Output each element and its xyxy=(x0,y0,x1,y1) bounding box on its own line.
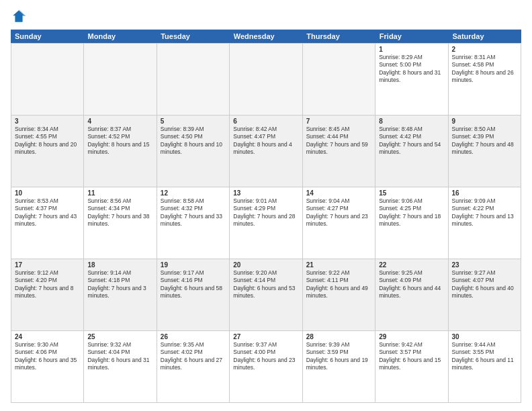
day-info: Daylight: 7 hours and 23 minutes. xyxy=(306,213,371,228)
day-info: Sunset: 4:50 PM xyxy=(161,133,226,140)
day-info: Daylight: 8 hours and 10 minutes. xyxy=(161,141,226,156)
day-info: Sunrise: 9:44 AM xyxy=(452,341,517,349)
calendar-cell: 23Sunrise: 9:27 AMSunset: 4:07 PMDayligh… xyxy=(449,259,521,331)
day-number: 8 xyxy=(379,118,444,125)
day-info: Daylight: 6 hours and 19 minutes. xyxy=(306,357,371,372)
day-info: Sunset: 4:14 PM xyxy=(233,277,298,284)
day-info: Sunrise: 9:42 AM xyxy=(379,341,444,349)
day-info: Sunrise: 9:01 AM xyxy=(233,197,298,205)
day-info: Sunset: 4:39 PM xyxy=(452,133,517,140)
day-info: Daylight: 8 hours and 4 minutes. xyxy=(233,141,298,156)
day-number: 11 xyxy=(87,189,152,197)
day-info: Daylight: 7 hours and 33 minutes. xyxy=(161,213,226,228)
day-info: Sunrise: 9:39 AM xyxy=(306,341,371,349)
header xyxy=(11,8,521,24)
day-info: Sunrise: 9:25 AM xyxy=(379,269,444,277)
day-info: Sunrise: 9:35 AM xyxy=(161,341,226,349)
calendar-cell: 27Sunrise: 9:37 AMSunset: 4:00 PMDayligh… xyxy=(230,331,302,403)
day-info: Daylight: 7 hours and 28 minutes. xyxy=(233,213,298,228)
calendar-cell: 15Sunrise: 9:06 AMSunset: 4:25 PMDayligh… xyxy=(375,187,448,259)
day-info: Daylight: 6 hours and 40 minutes. xyxy=(452,285,517,300)
day-number: 24 xyxy=(15,333,80,340)
day-info: Daylight: 6 hours and 35 minutes. xyxy=(15,357,80,372)
header-day-wednesday: Wednesday xyxy=(230,30,303,43)
day-info: Sunset: 4:44 PM xyxy=(306,133,371,140)
day-info: Sunrise: 9:37 AM xyxy=(233,341,298,349)
day-info: Sunrise: 9:20 AM xyxy=(233,269,298,277)
day-info: Sunrise: 8:42 AM xyxy=(233,126,298,133)
day-info: Daylight: 6 hours and 27 minutes. xyxy=(161,357,226,372)
day-info: Daylight: 6 hours and 31 minutes. xyxy=(87,357,152,372)
calendar-cell: 9Sunrise: 8:50 AMSunset: 4:39 PMDaylight… xyxy=(449,116,521,187)
calendar-cell: 13Sunrise: 9:01 AMSunset: 4:29 PMDayligh… xyxy=(230,187,302,259)
day-number: 13 xyxy=(233,189,298,197)
day-number: 2 xyxy=(452,46,517,53)
calendar-cell: 30Sunrise: 9:44 AMSunset: 3:55 PMDayligh… xyxy=(449,331,521,403)
calendar-cell: 29Sunrise: 9:42 AMSunset: 3:57 PMDayligh… xyxy=(375,331,448,403)
day-info: Sunset: 4:04 PM xyxy=(87,349,152,356)
day-info: Daylight: 8 hours and 26 minutes. xyxy=(452,69,517,85)
calendar-cell: 25Sunrise: 9:32 AMSunset: 4:04 PMDayligh… xyxy=(84,331,157,403)
day-number: 20 xyxy=(233,261,298,269)
day-info: Sunset: 4:34 PM xyxy=(87,205,152,212)
day-info: Sunrise: 8:56 AM xyxy=(87,197,152,205)
day-info: Sunset: 4:37 PM xyxy=(15,205,80,212)
day-number: 1 xyxy=(379,46,444,53)
day-info: Sunrise: 8:34 AM xyxy=(15,126,80,133)
day-info: Sunset: 4:11 PM xyxy=(306,277,371,284)
calendar-cell: 14Sunrise: 9:04 AMSunset: 4:27 PMDayligh… xyxy=(303,187,375,259)
day-info: Sunset: 3:59 PM xyxy=(306,349,371,356)
day-info: Daylight: 6 hours and 15 minutes. xyxy=(379,357,444,372)
header-day-sunday: Sunday xyxy=(11,30,84,43)
calendar-cell xyxy=(230,44,302,116)
calendar-row-1: 3Sunrise: 8:34 AMSunset: 4:55 PMDaylight… xyxy=(11,116,521,187)
day-info: Sunset: 4:58 PM xyxy=(452,61,517,68)
day-info: Daylight: 7 hours and 54 minutes. xyxy=(379,141,444,156)
day-number: 6 xyxy=(233,118,298,125)
day-info: Sunset: 4:29 PM xyxy=(233,205,298,212)
day-info: Daylight: 7 hours and 13 minutes. xyxy=(452,213,517,228)
calendar-row-0: 1Sunrise: 8:29 AMSunset: 5:00 PMDaylight… xyxy=(11,43,521,116)
day-info: Sunset: 4:42 PM xyxy=(379,133,444,140)
day-info: Sunset: 4:55 PM xyxy=(15,133,80,140)
calendar-cell: 17Sunrise: 9:12 AMSunset: 4:20 PMDayligh… xyxy=(11,259,84,331)
day-number: 7 xyxy=(306,118,371,125)
day-number: 18 xyxy=(87,261,152,269)
day-number: 14 xyxy=(306,189,371,197)
header-day-thursday: Thursday xyxy=(302,30,375,43)
day-number: 25 xyxy=(87,333,152,340)
day-info: Sunset: 4:18 PM xyxy=(87,277,152,284)
day-info: Sunrise: 9:06 AM xyxy=(379,197,444,205)
day-info: Sunset: 4:32 PM xyxy=(161,205,226,212)
header-day-tuesday: Tuesday xyxy=(157,30,230,43)
calendar-cell: 4Sunrise: 8:37 AMSunset: 4:52 PMDaylight… xyxy=(84,116,157,187)
calendar-cell: 8Sunrise: 8:48 AMSunset: 4:42 PMDaylight… xyxy=(375,116,448,187)
calendar-body: 1Sunrise: 8:29 AMSunset: 5:00 PMDaylight… xyxy=(11,43,521,403)
day-info: Daylight: 7 hours and 43 minutes. xyxy=(15,213,80,228)
day-number: 30 xyxy=(452,333,517,340)
calendar: SundayMondayTuesdayWednesdayThursdayFrid… xyxy=(11,30,521,403)
day-info: Sunset: 4:22 PM xyxy=(452,205,517,212)
day-info: Daylight: 6 hours and 58 minutes. xyxy=(161,285,226,300)
day-info: Sunrise: 9:12 AM xyxy=(15,269,80,277)
day-number: 12 xyxy=(161,189,226,197)
day-info: Sunrise: 9:22 AM xyxy=(306,269,371,277)
calendar-row-2: 10Sunrise: 8:53 AMSunset: 4:37 PMDayligh… xyxy=(11,187,521,259)
day-number: 17 xyxy=(15,261,80,269)
day-number: 10 xyxy=(15,189,80,197)
calendar-cell: 28Sunrise: 9:39 AMSunset: 3:59 PMDayligh… xyxy=(303,331,375,403)
calendar-cell: 3Sunrise: 8:34 AMSunset: 4:55 PMDaylight… xyxy=(11,116,84,187)
calendar-cell: 22Sunrise: 9:25 AMSunset: 4:09 PMDayligh… xyxy=(375,259,448,331)
day-number: 15 xyxy=(379,189,444,197)
day-info: Sunset: 5:00 PM xyxy=(379,61,444,68)
calendar-cell: 1Sunrise: 8:29 AMSunset: 5:00 PMDaylight… xyxy=(375,44,448,116)
calendar-cell: 24Sunrise: 9:30 AMSunset: 4:06 PMDayligh… xyxy=(11,331,84,403)
day-info: Sunset: 4:52 PM xyxy=(87,133,152,140)
day-info: Sunset: 4:09 PM xyxy=(379,277,444,284)
day-info: Daylight: 8 hours and 31 minutes. xyxy=(379,69,444,85)
day-info: Daylight: 6 hours and 11 minutes. xyxy=(452,357,517,372)
day-info: Sunrise: 9:09 AM xyxy=(452,197,517,205)
day-info: Sunset: 4:47 PM xyxy=(233,133,298,140)
day-info: Sunset: 4:16 PM xyxy=(161,277,226,284)
header-day-friday: Friday xyxy=(375,30,449,43)
